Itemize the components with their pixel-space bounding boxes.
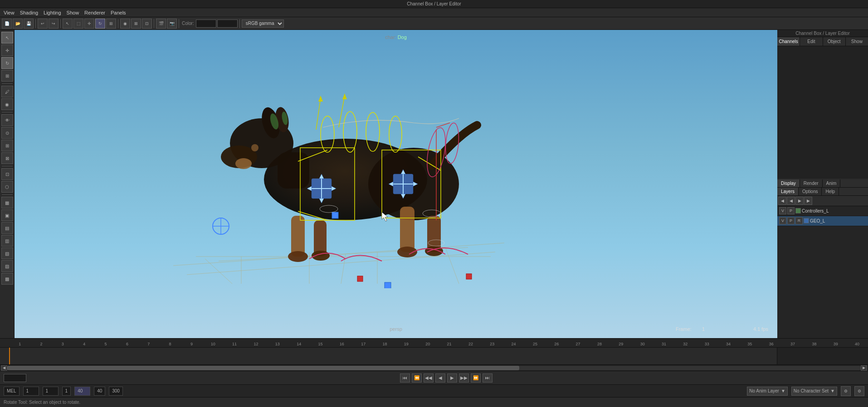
ruler-tick: 26 xyxy=(546,342,567,346)
toolbar-move[interactable]: ✛ xyxy=(84,19,94,29)
color-label-1: Color: xyxy=(182,21,194,26)
transport-next-key[interactable]: ⏩ xyxy=(471,373,481,383)
anim-layer-dropdown[interactable]: No Anim Layer ▼ xyxy=(747,387,788,396)
tool-misc3[interactable]: ▤ xyxy=(1,222,13,234)
layer-back2-btn[interactable]: ◀ xyxy=(787,197,795,205)
color-input-1[interactable]: 0.00 xyxy=(196,19,216,28)
layer-r-btn[interactable]: R xyxy=(795,217,803,224)
timeline-scrollbar[interactable]: ◀ ▶ xyxy=(0,364,868,371)
toolbar-lasso[interactable]: ⬚ xyxy=(73,19,83,29)
tool-ref[interactable]: ⬡ xyxy=(1,181,13,193)
tool-rotate[interactable]: ↻ xyxy=(1,57,13,69)
range-end-field[interactable] xyxy=(74,387,90,396)
color-mode-dropdown[interactable]: sRGB gamma xyxy=(242,19,284,28)
transport-fwd[interactable]: ▶▶ xyxy=(459,373,469,383)
layer-v-btn[interactable]: V xyxy=(779,217,786,224)
menu-renderer[interactable]: Renderer xyxy=(84,10,105,15)
toolbar-save[interactable]: 💾 xyxy=(24,19,34,29)
layer-fwd-btn[interactable]: ▶ xyxy=(795,197,804,205)
toolbar-open[interactable]: 📂 xyxy=(13,19,23,29)
toolbar-undo[interactable]: ↩ xyxy=(38,19,48,29)
transport-play[interactable]: ▶ xyxy=(447,373,457,383)
toolbar-snap[interactable]: ⊠ xyxy=(131,19,141,29)
play-start-field[interactable] xyxy=(43,387,59,396)
tool-move[interactable]: ✛ xyxy=(1,44,13,56)
tab-layers[interactable]: Layers xyxy=(777,188,799,195)
ruler-tick: 3 xyxy=(52,342,73,346)
tool-paint[interactable]: 🖊 xyxy=(1,86,13,97)
tool-soft[interactable]: ◉ xyxy=(1,98,13,110)
tab-display[interactable]: Display xyxy=(777,179,800,187)
layer-v-btn[interactable]: V xyxy=(779,207,786,214)
timeline-ruler[interactable]: 1234567891011121314151617181920212223242… xyxy=(0,339,868,348)
transport-go-end[interactable]: ⏭ xyxy=(483,373,493,383)
char-set-extra-btn[interactable]: ⚙ xyxy=(854,386,864,396)
ruler-tick: 5 xyxy=(95,342,116,346)
layer-row[interactable]: V P Controllers_L xyxy=(777,206,868,216)
ruler-tick: 6 xyxy=(117,342,138,346)
layer-p-btn[interactable]: P xyxy=(787,207,795,214)
char-set-options-btn[interactable]: ⚙ xyxy=(841,386,851,396)
char-set-dropdown[interactable]: No Character Set ▼ xyxy=(791,387,837,396)
tool-misc1[interactable]: ▦ xyxy=(1,197,13,208)
tab-channels[interactable]: Channels xyxy=(777,37,800,46)
menu-view[interactable]: View xyxy=(4,10,15,15)
menu-show[interactable]: Show xyxy=(67,10,79,15)
svg-point-27 xyxy=(397,247,417,257)
viewport[interactable]: char: Dog xyxy=(15,30,777,338)
tool-misc4[interactable]: ▥ xyxy=(1,235,13,247)
tool-misc5[interactable]: ▧ xyxy=(1,247,13,259)
layer-p-btn[interactable]: P xyxy=(787,217,795,224)
tool-show[interactable]: 👁 xyxy=(1,114,13,126)
transport-back[interactable]: ◀ xyxy=(435,373,445,383)
tool-scale[interactable]: ⊞ xyxy=(1,70,13,82)
scroll-thumb[interactable] xyxy=(7,366,519,370)
transport-prev-frame[interactable]: ◀◀ xyxy=(424,373,434,383)
toolbar-rotate[interactable]: ↻ xyxy=(95,19,105,29)
tool-snap[interactable]: ⊡ xyxy=(1,168,13,180)
scroll-right-btn[interactable]: ▶ xyxy=(861,365,867,371)
tool-iso[interactable]: ⊙ xyxy=(1,127,13,139)
tab-anim[interactable]: Anim xyxy=(823,179,841,187)
tab-options[interactable]: Options xyxy=(799,188,822,195)
tool-misc7[interactable]: ▩ xyxy=(1,273,13,285)
timeline-content[interactable] xyxy=(0,348,868,364)
tab-edit[interactable]: Edit xyxy=(800,37,823,46)
toolbar-cam[interactable]: 📷 xyxy=(167,19,177,29)
frame-start-field[interactable] xyxy=(23,387,39,396)
tool-grid1[interactable]: ⊞ xyxy=(1,140,13,151)
tool-grid2[interactable]: ⊠ xyxy=(1,152,13,164)
tab-help[interactable]: Help xyxy=(822,188,839,195)
tool-misc2[interactable]: ▣ xyxy=(1,209,13,221)
toolbar-render[interactable]: 🎬 xyxy=(156,19,166,29)
layer-fwd2-btn[interactable]: ▶ xyxy=(804,197,812,205)
tool-select[interactable]: ↖ xyxy=(1,32,13,44)
toolbar-redo[interactable]: ↪ xyxy=(49,19,59,29)
tool-misc6[interactable]: ▨ xyxy=(1,260,13,272)
toolbar-snap2[interactable]: ⊡ xyxy=(142,19,152,29)
main-content: ↖ ✛ ↻ ⊞ 🖊 ◉ 👁 ⊙ ⊞ ⊠ ⊡ ⬡ ▦ ▣ ▤ ▥ ▧ ▨ ▩ ch… xyxy=(0,30,868,338)
tab-render[interactable]: Render xyxy=(800,179,823,187)
menu-shading[interactable]: Shading xyxy=(20,10,38,15)
transport-go-start[interactable]: ⏮ xyxy=(400,373,410,383)
svg-line-1 xyxy=(173,243,504,266)
toolbar-soft[interactable]: ◉ xyxy=(120,19,130,29)
ruler-tick: 2 xyxy=(30,342,52,346)
toolbar-new[interactable]: 📄 xyxy=(2,19,12,29)
toolbar-scale[interactable]: ⊞ xyxy=(106,19,116,29)
toolbar-select[interactable]: ↖ xyxy=(63,19,73,29)
menu-lighting[interactable]: Lighting xyxy=(44,10,61,15)
tool-sep-4 xyxy=(2,194,13,195)
ruler-tick: 22 xyxy=(460,342,481,346)
menu-panels[interactable]: Panels xyxy=(111,10,126,15)
layer-back-btn[interactable]: ◀ xyxy=(778,197,786,205)
transport-prev-key[interactable]: ⏪ xyxy=(412,373,422,383)
tab-show[interactable]: Show xyxy=(846,37,868,46)
scroll-track[interactable] xyxy=(7,366,861,370)
current-frame-input[interactable]: 1 xyxy=(4,374,26,382)
dropdown-arrow: ▼ xyxy=(781,388,785,393)
scroll-left-btn[interactable]: ◀ xyxy=(1,365,7,371)
layer-row[interactable]: V P R GEO_L xyxy=(777,216,868,226)
color-input-2[interactable]: 1.00 xyxy=(217,19,238,28)
tab-object[interactable]: Object xyxy=(823,37,846,46)
